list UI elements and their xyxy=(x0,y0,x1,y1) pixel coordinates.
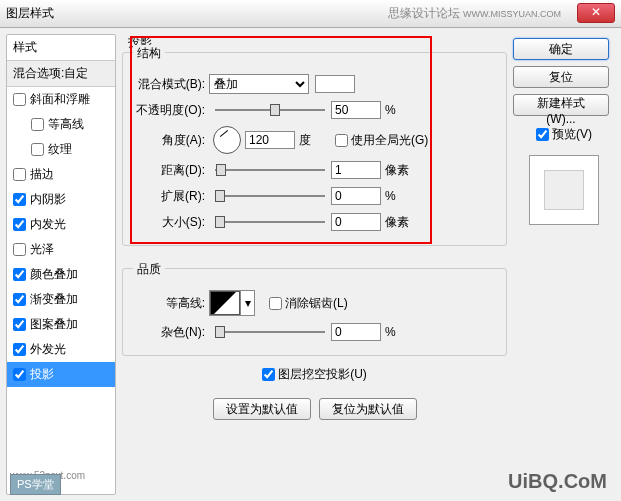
opacity-slider[interactable] xyxy=(215,102,325,118)
titlebar: 图层样式 思缘设计论坛 WWW.MISSYUAN.COM ✕ xyxy=(0,0,621,28)
spread-slider[interactable] xyxy=(215,188,325,204)
spread-input[interactable] xyxy=(331,187,381,205)
style-item-checkbox[interactable] xyxy=(13,193,26,206)
angle-dial[interactable] xyxy=(213,126,241,154)
style-item-1[interactable]: 等高线 xyxy=(7,112,115,137)
structure-group: 结构 混合模式(B): 叠加 不透明度(O): % 角度(A): 度 xyxy=(122,52,507,246)
noise-input[interactable] xyxy=(331,323,381,341)
style-item-9[interactable]: 图案叠加 xyxy=(7,312,115,337)
style-item-7[interactable]: 颜色叠加 xyxy=(7,262,115,287)
style-item-label: 内发光 xyxy=(30,216,66,233)
style-item-10[interactable]: 外发光 xyxy=(7,337,115,362)
style-item-checkbox[interactable] xyxy=(13,368,26,381)
style-item-2[interactable]: 纹理 xyxy=(7,137,115,162)
angle-label: 角度(A): xyxy=(131,132,209,149)
antialias-checkbox[interactable]: 消除锯齿(L) xyxy=(269,295,348,312)
preview-box xyxy=(529,155,599,225)
style-item-checkbox[interactable] xyxy=(13,93,26,106)
opacity-label: 不透明度(O): xyxy=(131,102,209,119)
close-button[interactable]: ✕ xyxy=(577,3,615,23)
angle-input[interactable] xyxy=(245,131,295,149)
style-item-4[interactable]: 内阴影 xyxy=(7,187,115,212)
style-item-11[interactable]: 投影 xyxy=(7,362,115,387)
style-item-checkbox[interactable] xyxy=(31,118,44,131)
style-item-checkbox[interactable] xyxy=(13,168,26,181)
noise-unit: % xyxy=(385,325,413,339)
style-item-checkbox[interactable] xyxy=(13,268,26,281)
watermark: UiBQ.CoM xyxy=(508,470,607,493)
distance-slider[interactable] xyxy=(215,162,325,178)
style-item-label: 图案叠加 xyxy=(30,316,78,333)
action-panel: 确定 复位 新建样式(W)... 预览(V) xyxy=(513,34,615,495)
style-item-label: 颜色叠加 xyxy=(30,266,78,283)
noise-label: 杂色(N): xyxy=(131,324,209,341)
style-item-checkbox[interactable] xyxy=(13,293,26,306)
blend-mode-label: 混合模式(B): xyxy=(131,76,209,93)
quality-group: 品质 等高线: ▾ 消除锯齿(L) 杂色(N): % xyxy=(122,268,507,356)
style-item-3[interactable]: 描边 xyxy=(7,162,115,187)
global-light-checkbox[interactable]: 使用全局光(G) xyxy=(335,132,428,149)
style-item-label: 内阴影 xyxy=(30,191,66,208)
size-label: 大小(S): xyxy=(131,214,209,231)
styles-panel: 样式 混合选项:自定 斜面和浮雕等高线纹理描边内阴影内发光光泽颜色叠加渐变叠加图… xyxy=(6,34,116,495)
size-slider[interactable] xyxy=(215,214,325,230)
distance-input[interactable] xyxy=(331,161,381,179)
style-item-8[interactable]: 渐变叠加 xyxy=(7,287,115,312)
preview-checkbox[interactable]: 预览(V) xyxy=(513,126,615,143)
new-style-button[interactable]: 新建样式(W)... xyxy=(513,94,609,116)
noise-slider[interactable] xyxy=(215,324,325,340)
opacity-unit: % xyxy=(385,103,413,117)
style-item-checkbox[interactable] xyxy=(13,218,26,231)
style-list: 斜面和浮雕等高线纹理描边内阴影内发光光泽颜色叠加渐变叠加图案叠加外发光投影 xyxy=(7,87,115,494)
style-item-label: 投影 xyxy=(30,366,54,383)
style-item-6[interactable]: 光泽 xyxy=(7,237,115,262)
distance-unit: 像素 xyxy=(385,162,413,179)
shadow-color-swatch[interactable] xyxy=(315,75,355,93)
style-item-label: 外发光 xyxy=(30,341,66,358)
style-item-label: 等高线 xyxy=(48,116,84,133)
ok-button[interactable]: 确定 xyxy=(513,38,609,60)
style-item-label: 纹理 xyxy=(48,141,72,158)
style-item-checkbox[interactable] xyxy=(13,243,26,256)
spread-unit: % xyxy=(385,189,413,203)
style-item-label: 斜面和浮雕 xyxy=(30,91,90,108)
spread-label: 扩展(R): xyxy=(131,188,209,205)
size-input[interactable] xyxy=(331,213,381,231)
make-default-button[interactable]: 设置为默认值 xyxy=(213,398,311,420)
style-item-checkbox[interactable] xyxy=(13,318,26,331)
styles-header: 样式 xyxy=(7,35,115,61)
preview-thumbnail xyxy=(544,170,584,210)
contour-picker[interactable]: ▾ xyxy=(209,290,255,316)
knockout-checkbox[interactable]: 图层挖空投影(U) xyxy=(262,366,367,383)
style-item-5[interactable]: 内发光 xyxy=(7,212,115,237)
distance-label: 距离(D): xyxy=(131,162,209,179)
blend-mode-select[interactable]: 叠加 xyxy=(209,74,309,94)
settings-panel: 投影 结构 混合模式(B): 叠加 不透明度(O): % 角度(A): 度 xyxy=(122,34,507,495)
style-item-label: 描边 xyxy=(30,166,54,183)
blending-options-item[interactable]: 混合选项:自定 xyxy=(7,61,115,87)
style-item-checkbox[interactable] xyxy=(13,343,26,356)
size-unit: 像素 xyxy=(385,214,413,231)
quality-legend: 品质 xyxy=(133,261,165,278)
chevron-down-icon: ▾ xyxy=(240,291,254,315)
style-item-label: 渐变叠加 xyxy=(30,291,78,308)
angle-unit: 度 xyxy=(299,132,327,149)
reset-default-button[interactable]: 复位为默认值 xyxy=(319,398,417,420)
opacity-input[interactable] xyxy=(331,101,381,119)
badge: PS学堂 xyxy=(10,474,61,495)
style-item-0[interactable]: 斜面和浮雕 xyxy=(7,87,115,112)
contour-swatch-icon xyxy=(210,291,240,315)
cancel-button[interactable]: 复位 xyxy=(513,66,609,88)
contour-label: 等高线: xyxy=(131,295,209,312)
style-item-checkbox[interactable] xyxy=(31,143,44,156)
forum-text: 思缘设计论坛 WWW.MISSYUAN.COM xyxy=(388,5,561,22)
style-item-label: 光泽 xyxy=(30,241,54,258)
structure-legend: 结构 xyxy=(133,45,165,62)
